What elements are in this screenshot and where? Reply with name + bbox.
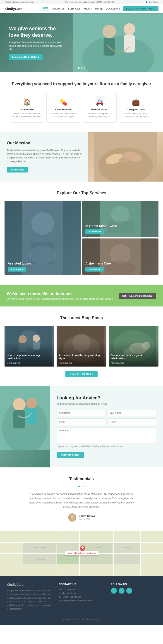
author-date: Jan 10, 2018 — [79, 518, 90, 520]
navigation: KindlyCare Home Features Services About … — [0, 4, 163, 13]
service-card-jobs: 💼 Caregiver Jobs We are looking for cari… — [119, 94, 153, 123]
twitter-icon[interactable]: t — [119, 588, 125, 594]
hero-dot-3[interactable] — [84, 67, 85, 69]
blog-card-1-content: How to help seniors manage medication Ma… — [7, 354, 52, 364]
svg-text:park: park — [66, 558, 69, 560]
mission-section: Our Mission At Kindly Care we believe fa… — [0, 132, 163, 182]
first-name-input[interactable] — [57, 410, 105, 416]
mission-cta-button[interactable]: READ MORE — [7, 167, 28, 172]
nav-link-features[interactable]: Features — [52, 8, 65, 10]
advice-heading: Looking for Advice? — [57, 395, 156, 400]
alzheimers-btn[interactable]: LEARN MORE — [85, 267, 104, 272]
map-placeholder: GREEN PARK THORNBRIAR park Gable Oaks Su… — [0, 531, 163, 576]
map-section[interactable]: GREEN PARK THORNBRIAR park Gable Oaks Su… — [0, 531, 163, 576]
blog-post-2-date: March 1, 2018 — [59, 362, 72, 364]
nav-link-services[interactable]: Services — [68, 8, 80, 10]
services-heading: Explore Our Top Services — [4, 191, 159, 196]
footer: KindlyCare This practice will tell you i… — [0, 576, 163, 625]
form-contact-row — [57, 418, 156, 425]
svg-rect-54 — [140, 531, 141, 576]
linkedin-icon[interactable]: in — [126, 588, 132, 594]
cta-banner: We've been there. We understand. Everyth… — [0, 285, 163, 306]
inhome-content: In-Home Senior Care LEARN MORE — [85, 224, 155, 234]
svg-rect-53 — [113, 531, 114, 576]
footer-col-social: Follow us f t in — [111, 583, 156, 611]
footer-col-contact: Contact us 13322 California St Omaha, NE… — [59, 583, 104, 611]
alzheimers-content: Alzheimer's Care LEARN MORE — [85, 262, 155, 272]
nav-link-drive[interactable]: Drive — [95, 8, 103, 10]
hero-dot-1[interactable] — [78, 67, 80, 69]
phone-input[interactable] — [108, 418, 156, 425]
social-icons: f t in — [111, 588, 156, 594]
testimonial-dot-2[interactable] — [81, 486, 82, 487]
svg-point-2 — [103, 25, 116, 38]
mission-image-inner — [88, 132, 163, 182]
escort-icon: 🚑 — [85, 98, 114, 106]
testimonial-quote: "I would like to express my heartfelt ap… — [27, 492, 136, 509]
logo[interactable]: KindlyCare — [4, 7, 22, 11]
nav-cta-button[interactable]: Book an Appointment — [123, 6, 159, 11]
footer-address-street: 13322 California St — [59, 588, 104, 592]
svg-point-10 — [119, 157, 128, 163]
svg-point-45 — [70, 518, 75, 522]
support-heading: Everything you need to support you in yo… — [7, 81, 156, 87]
blog-card-1[interactable]: How to help seniors manage medication Ma… — [4, 326, 54, 366]
footer-bottom: KindlyCare © 2022. All Rights Reserved. — [7, 615, 156, 620]
blog-post-3-title: Seniors and pets – a great relationship — [111, 354, 156, 360]
svg-point-41 — [26, 398, 37, 409]
footer-address-city: Omaha, NE 68154 — [59, 592, 104, 595]
service-tile-inhome: In-Home Senior Care LEARN MORE — [82, 201, 159, 237]
blog-card-2[interactable]: Alzheimer: know the early warning signs … — [57, 326, 106, 366]
blog-post-1-title: How to help seniors manage medication — [7, 354, 52, 360]
service-card-care: 💊 Care Services From companionship servi… — [46, 94, 80, 123]
advice-image — [0, 386, 50, 468]
assisted-living-content: Assisted Living LEARN MORE — [8, 262, 78, 272]
svg-point-44 — [71, 515, 74, 518]
blog-section: The Latest Blog Posts How to help senior… — [0, 306, 163, 386]
message-textarea[interactable] — [57, 427, 156, 443]
svg-text:THORNBRIAR: THORNBRIAR — [34, 558, 45, 560]
nav-link-locations[interactable]: Locations — [106, 8, 120, 10]
map-location-label: 13322 California St, Omaha, NE — [64, 551, 99, 555]
testimonial-dot-1[interactable] — [78, 486, 80, 487]
hero-dots — [78, 67, 85, 69]
svg-rect-50 — [23, 531, 23, 576]
email-input[interactable] — [57, 418, 105, 425]
svg-point-16 — [111, 205, 130, 224]
submit-button[interactable]: SEND MESSAGE — [57, 452, 84, 458]
inhome-btn[interactable]: LEARN MORE — [85, 230, 104, 234]
client-login-icon: 👤 — [145, 1, 148, 3]
jobs-desc: We are looking for caring individuals to… — [121, 112, 150, 118]
hero-dot-2[interactable] — [81, 67, 82, 69]
escort-title: Medical Escort — [85, 108, 114, 111]
nav-link-about[interactable]: About — [84, 8, 92, 10]
assisted-living-btn[interactable]: LEARN MORE — [8, 267, 26, 272]
testimonials-section: Testimonials "I would like to express my… — [0, 468, 163, 531]
svg-rect-47 — [0, 542, 163, 543]
hero-image — [73, 13, 163, 72]
testimonial-author: Cheryl Garcia Jan 10, 2018 — [7, 514, 156, 522]
footer-about-text: This practice will tell you in the prime… — [7, 589, 52, 611]
footer-logo: KindlyCare — [7, 583, 52, 586]
services-tiles-grid: Assisted Living LEARN MORE In-Home Senio… — [4, 201, 159, 276]
service-card-homecare: 🏠 Home care Support for families who car… — [10, 94, 44, 123]
hero-cta-button[interactable]: LEARN MORE SERVICES — [9, 54, 43, 60]
testimonial-dot-3[interactable] — [84, 486, 85, 487]
read-all-button[interactable]: READ ALL ARTICLES — [65, 371, 98, 377]
last-name-input[interactable] — [108, 410, 156, 416]
blog-card-3[interactable]: Seniors and pets – a great relationship … — [109, 326, 159, 366]
nav-link-home[interactable]: Home — [41, 7, 49, 10]
svg-point-4 — [124, 23, 135, 35]
jobs-title: Caregiver Jobs — [121, 108, 150, 111]
cta-banner-text: We've been there. We understand. Everyth… — [7, 292, 113, 300]
homecare-title: Home care — [13, 108, 42, 111]
inhome-title: In-Home Senior Care — [85, 224, 155, 228]
svg-text:Sunrise Hills: Sunrise Hills — [123, 547, 131, 548]
facebook-icon[interactable]: f — [111, 588, 117, 594]
homecare-icon: 🏠 — [13, 98, 42, 106]
top-bar: info@kindlycare.wrkdomain.com For a free… — [0, 0, 163, 4]
footer-col-about: KindlyCare This practice will tell you i… — [7, 583, 52, 611]
form-name-row — [57, 410, 156, 416]
client-login-link[interactable]: 👤 Client login — [145, 1, 159, 3]
cta-banner-button[interactable]: Get FREE consultation now! — [119, 293, 156, 299]
